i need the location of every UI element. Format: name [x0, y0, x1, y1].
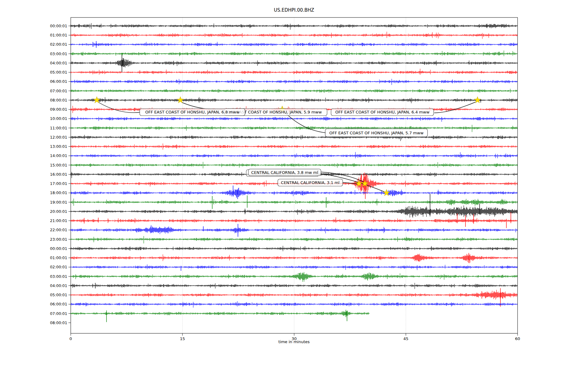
trace-spike-row-20 [245, 194, 480, 217]
y-tick-label: 06:00:01 [50, 79, 67, 84]
seismogram-trace-row-12 [71, 132, 517, 141]
plot-render-root: 00:00:0101:00:0102:00:0103:00:0104:00:01… [50, 17, 520, 341]
event-star-marker [93, 97, 100, 103]
y-tick-label: 17:00:01 [50, 181, 67, 186]
y-tick-label: 08:00:01 [50, 98, 67, 102]
event-label-honshu-5-7: OFF EAST COAST OF HONSHU, JAPAN, 5.7 mww [325, 129, 428, 137]
event-label-honshu-6-4: OFF EAST COAST OF HONSHU, JAPAN, 6.4 mww [331, 109, 434, 116]
event-label-text: CENTRAL CALIFORNIA, 3.1 ml [281, 180, 339, 185]
y-tick-label: 14:00:01 [50, 153, 67, 158]
y-tick-label: 12:00:01 [50, 135, 67, 140]
y-tick-label: 06:00:01 [50, 302, 67, 306]
seismogram-trace-row-13 [71, 144, 517, 150]
seismogram-trace-row-5 [71, 69, 517, 75]
annotation-layer: OFF EAST COAST OF HONSHU, JAPAN, 5.9 mww… [140, 109, 434, 186]
seismogram-trace-row-18 [71, 188, 517, 198]
event-label-central-ca-3-8: CENTRAL CALIFORNIA, 3.8 mw ml [246, 169, 321, 176]
seismogram-trace-row-20 [71, 205, 517, 218]
y-tick-label: 04:00:01 [50, 61, 67, 65]
seismogram-trace-row-0 [71, 23, 517, 30]
annotation-leader-line [434, 102, 475, 113]
seismogram-trace-row-28 [71, 283, 517, 289]
y-tick-label: 03:00:01 [50, 274, 67, 279]
y-tick-label: 16:00:01 [50, 172, 67, 177]
seismogram-trace-row-4 [71, 58, 517, 67]
seismogram-trace-row-29 [71, 290, 517, 300]
y-tick-label: 23:00:01 [50, 237, 67, 242]
seismogram-trace-row-31 [71, 310, 369, 316]
plot-title: US.EDHPI.00.BHZ [274, 7, 314, 13]
event-label-central-ca-3-1: CENTRAL CALIFORNIA, 3.1 ml [278, 179, 343, 186]
y-tick-label: 18:00:01 [50, 190, 67, 195]
seismogram-trace-row-15 [71, 162, 517, 168]
x-tick-label: 45 [403, 336, 409, 341]
dayplot-canvas: 00:00:0101:00:0102:00:0103:00:0104:00:01… [0, 0, 588, 368]
y-tick-label: 00:00:01 [50, 246, 67, 251]
y-tick-label: 04:00:01 [50, 283, 67, 288]
x-tick-label: 60 [515, 336, 520, 341]
y-tick-label: 01:00:01 [50, 255, 67, 260]
y-tick-label: 05:00:01 [50, 293, 67, 297]
trace-spike-row-31 [107, 310, 347, 322]
y-tick-label: 13:00:01 [50, 144, 67, 149]
seismogram-trace-row-6 [71, 79, 517, 85]
annotation-leader-line [99, 102, 140, 113]
event-label-text: OFF EAST COAST OF HONSHU, JAPAN, 5.7 mww [329, 131, 424, 135]
seismogram-trace-row-14 [71, 152, 517, 159]
y-tick-label: 02:00:01 [50, 265, 67, 269]
seismogram-trace-row-3 [71, 51, 517, 56]
y-tick-label: 20:00:01 [50, 209, 67, 214]
y-tick-label: 19:00:01 [50, 200, 67, 205]
y-tick-label: 22:00:01 [50, 228, 67, 232]
trace-spike-row-4 [122, 55, 123, 72]
seismogram-trace-row-30 [71, 301, 517, 308]
y-tick-label: 07:00:01 [50, 311, 67, 316]
y-tick-label: 07:00:01 [50, 89, 67, 93]
seismogram-trace-row-1 [71, 32, 517, 39]
seismogram-trace-row-8 [71, 97, 517, 103]
y-tick-label: 05:00:01 [50, 70, 67, 75]
seismogram-trace-row-21 [71, 217, 517, 223]
y-tick-label: 02:00:01 [50, 42, 67, 47]
seismogram-trace-row-22 [71, 225, 517, 234]
event-label-text: OFF EAST COAST OF HONSHU, JAPAN, 6.8 mww [145, 110, 239, 114]
seismogram-trace-row-10 [71, 117, 517, 122]
event-label-text: OFF EAST COAST OF HONSHU, JAPAN, 6.4 mww [335, 110, 430, 114]
y-tick-label: 01:00:01 [50, 33, 67, 37]
seismogram-trace-row-23 [71, 236, 517, 243]
event-label-honshu-6-8: OFF EAST COAST OF HONSHU, JAPAN, 6.8 mww [140, 109, 245, 116]
seismogram-trace-row-2 [71, 42, 517, 47]
seismogram-trace-row-11 [71, 125, 517, 132]
seismogram-figure: 00:00:0101:00:0102:00:0103:00:0104:00:01… [0, 0, 588, 368]
y-tick-label: 00:00:01 [50, 24, 67, 28]
seismogram-trace-row-19 [71, 198, 517, 206]
x-axis-label: time in minutes [278, 339, 310, 344]
seismogram-trace-row-27 [71, 272, 517, 282]
y-tick-label: 15:00:01 [50, 163, 67, 167]
trace-spike-row-17 [364, 173, 365, 199]
x-tick-label: 15 [180, 336, 185, 341]
y-tick-label: 09:00:01 [50, 107, 67, 112]
y-tick-label: 08:00:01 [50, 320, 67, 325]
y-axis-layer: 00:00:0101:00:0102:00:0103:00:0104:00:01… [50, 24, 71, 325]
event-star-marker [177, 97, 184, 103]
y-tick-label: 10:00:01 [50, 116, 67, 121]
y-tick-label: 11:00:01 [50, 126, 67, 130]
seismogram-trace-row-7 [71, 89, 517, 93]
y-tick-label: 21:00:01 [50, 218, 67, 223]
x-tick-label: 0 [70, 336, 72, 341]
seismogram-trace-row-25 [71, 254, 517, 263]
seismogram-trace-row-26 [71, 264, 517, 270]
y-tick-label: 03:00:01 [50, 52, 67, 56]
event-label-text: CENTRAL CALIFORNIA, 3.8 mw ml [251, 170, 318, 175]
seismogram-trace-row-24 [71, 246, 517, 251]
